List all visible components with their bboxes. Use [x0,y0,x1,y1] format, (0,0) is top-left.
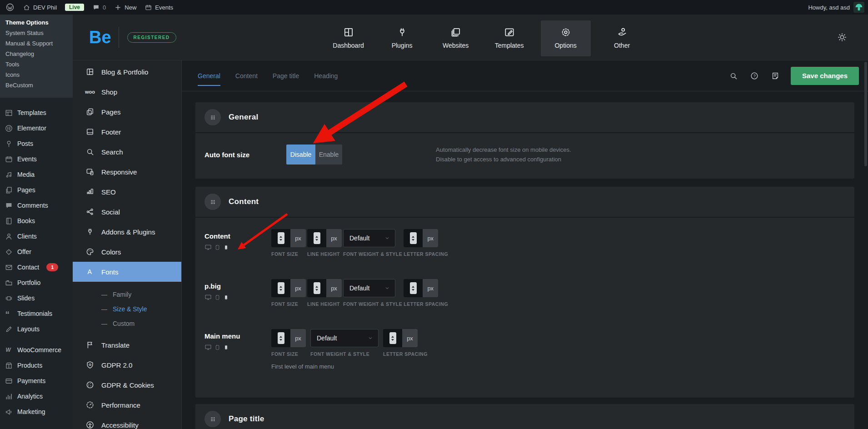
wp-logo-menu[interactable] [5,3,15,12]
options-sidebar-item-footer[interactable]: Footer [73,122,181,142]
desktop-icon[interactable] [205,344,212,351]
options-sidebar-item-gdpr-2-0[interactable]: GGDPR 2.0 [73,355,181,375]
phone-icon[interactable] [223,244,229,250]
howdy-text[interactable]: Howdy, asd asd [808,4,850,11]
page-title-drag-handle[interactable] [205,411,221,427]
options-sidebar-item-accessibility[interactable]: Accessibility [73,415,181,429]
tab-page-title[interactable]: Page title [273,60,299,91]
sidebar-item-payments[interactable]: Payments [0,373,73,389]
disable-button[interactable]: Disable [286,145,315,165]
stepper-up-icon[interactable] [279,236,282,238]
tablet-icon[interactable] [215,244,220,250]
submenu-item-icons[interactable]: Icons [0,70,73,80]
font-weight-style-select[interactable]: Default [343,279,395,297]
options-sidebar-item-social[interactable]: Social [73,202,181,222]
submenu-item-manual-support[interactable]: Manual & Support [0,38,73,49]
options-sidebar-item-translate[interactable]: Translate [73,335,181,355]
number-input[interactable] [404,229,423,247]
stepper-icon[interactable] [278,232,284,244]
nav-item-websites[interactable]: Websites [434,15,478,60]
sidebar-item-portfolio[interactable]: Portfolio [0,275,73,290]
light-mode-toggle-sun-icon[interactable] [837,32,847,42]
sidebar-item-analytics[interactable]: Analytics [0,389,73,404]
betheme-logo[interactable]: Be [89,29,111,46]
sidebar-item-clients[interactable]: Clients [0,229,73,244]
stepper-down-icon[interactable] [279,339,282,341]
options-sidebar-item-colors[interactable]: Colors [73,242,181,262]
nav-item-plugins[interactable]: Plugins [380,15,424,60]
tab-general[interactable]: General [198,60,220,91]
stepper-icon[interactable] [278,332,284,344]
tablet-icon[interactable] [215,294,220,300]
options-sidebar-item-blog-portfolio[interactable]: Blog & Portfolio [73,62,181,82]
sidebar-item-testimonials[interactable]: “Testimonials [0,306,73,321]
options-sidebar-item-fonts[interactable]: AFonts [73,262,181,282]
submenu-item-system-status[interactable]: System Status [0,28,73,38]
nav-item-options[interactable]: Options [541,20,591,56]
submenu-item-changelog[interactable]: Changelog [0,49,73,59]
subitem-custom[interactable]: —Custom [73,316,181,331]
nav-item-other[interactable]: Other [600,15,644,60]
stepper-icon[interactable] [314,232,320,244]
save-changes-button[interactable]: Save changes [791,67,859,85]
sidebar-item-layouts[interactable]: Layouts [0,321,73,337]
general-drag-handle[interactable] [205,109,221,125]
options-sidebar-item-pages[interactable]: Pages [73,102,181,122]
sidebar-item-books[interactable]: Books [0,213,73,229]
stepper-down-icon[interactable] [315,289,318,291]
sidebar-item-woocommerce[interactable]: WWooCommerce [0,342,73,358]
submenu-item-theme-options[interactable]: Theme Options [0,17,73,28]
notes-icon[interactable] [771,71,780,80]
stepper-up-icon[interactable] [412,236,414,238]
sidebar-item-elementor[interactable]: Elementor [0,120,73,136]
search-icon[interactable] [729,71,738,80]
stepper-up-icon[interactable] [412,286,414,288]
options-sidebar-item-responsive[interactable]: Responsive [73,162,181,182]
number-input[interactable] [307,279,326,297]
phone-icon[interactable] [223,294,229,300]
sidebar-item-templates[interactable]: Templates [0,105,73,120]
avatar[interactable] [853,2,864,13]
font-weight-style-select[interactable]: Default [343,229,395,247]
stepper-up-icon[interactable] [315,286,318,288]
stepper-down-icon[interactable] [279,239,282,241]
stepper-down-icon[interactable] [315,239,318,241]
options-sidebar-item-search[interactable]: Search [73,142,181,162]
desktop-icon[interactable] [205,244,212,251]
stepper-up-icon[interactable] [279,336,282,338]
tab-content[interactable]: Content [235,60,258,91]
number-input[interactable] [383,329,402,347]
stepper-down-icon[interactable] [412,239,414,241]
number-input[interactable] [271,329,290,347]
number-input[interactable] [404,279,423,297]
options-sidebar-item-seo[interactable]: SEO [73,182,181,202]
comments-menu[interactable]: 0 [92,4,106,11]
submenu-item-becustom[interactable]: BeCustom [0,80,73,90]
sidebar-item-marketing[interactable]: Marketing [0,404,73,419]
stepper-icon[interactable] [410,282,417,294]
events-menu[interactable]: Events [145,4,173,11]
site-menu[interactable]: DEV Phil [23,4,57,11]
stepper-icon[interactable] [278,282,284,294]
help-icon[interactable]: ? [750,71,759,80]
sidebar-item-media[interactable]: Media [0,167,73,182]
stepper-down-icon[interactable] [391,339,394,341]
stepper-up-icon[interactable] [391,336,394,338]
options-sidebar-item-addons-plugins[interactable]: Addons & Plugins [73,222,181,242]
options-sidebar-item-shop[interactable]: wooShop [73,82,181,102]
subitem-family[interactable]: —Family [73,287,181,302]
number-input[interactable] [307,229,326,247]
stepper-down-icon[interactable] [412,289,414,291]
nav-item-templates[interactable]: Templates [487,15,532,60]
font-weight-style-select[interactable]: Default [310,329,379,347]
options-sidebar-item-performance[interactable]: Performance [73,395,181,415]
sidebar-item-products[interactable]: Products [0,358,73,373]
submenu-item-tools[interactable]: Tools [0,59,73,70]
sidebar-item-offer[interactable]: Offer [0,244,73,259]
sidebar-item-contact[interactable]: Contact1 [0,259,73,275]
sidebar-item-pages[interactable]: Pages [0,182,73,198]
stepper-icon[interactable] [410,232,417,244]
sidebar-item-comments[interactable]: Comments [0,198,73,213]
options-sidebar-item-gdpr-cookies[interactable]: GDPR & Cookies [73,375,181,395]
content-drag-handle[interactable] [205,194,221,210]
